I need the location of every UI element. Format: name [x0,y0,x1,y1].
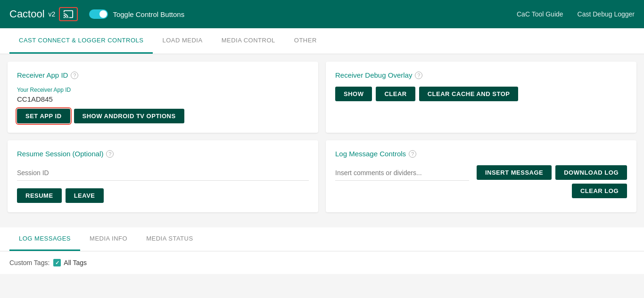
resume-session-title: Resume Session (Optional) ? [17,150,309,158]
receiver-app-id-input-label: Your Receiver App ID [17,87,309,93]
cast-icon [62,9,75,19]
clear-cache-stop-button[interactable]: CLEAR CACHE AND STOP [419,87,519,101]
receiver-app-id-card: Receiver App ID ? Your Receiver App ID C… [8,62,318,133]
resume-button[interactable]: RESUME [17,188,62,203]
bottom-cards-row: Resume Session (Optional) ? RESUME LEAVE… [8,140,636,212]
receiver-debug-help-icon[interactable]: ? [415,72,422,79]
receiver-app-id-value: CC1AD845 [17,95,309,103]
resume-session-buttons: RESUME LEAVE [17,188,309,203]
tab-media-control[interactable]: MEDIA CONTROL [212,28,285,54]
all-tags-checkbox-wrapper[interactable]: All Tags [53,259,87,266]
log-message-card: Log Message Controls ? INSERT MESSAGE DO… [326,140,636,212]
receiver-app-id-buttons: SET APP ID SHOW ANDROID TV OPTIONS [17,109,309,123]
logo: Cactool v2 [9,7,78,21]
receiver-debug-title: Receiver Debug Overlay ? [335,71,627,79]
show-debug-button[interactable]: SHOW [335,87,372,101]
cast-debug-logger-link[interactable]: Cast Debug Logger [578,10,635,18]
show-android-tv-options-button[interactable]: SHOW ANDROID TV OPTIONS [74,109,184,123]
nav-tabs: CAST CONNECT & LOGGER CONTROLS LOAD MEDI… [0,28,644,54]
log-buttons-column: INSERT MESSAGE DOWNLOAD LOG CLEAR LOG [477,165,627,198]
tab-log-messages[interactable]: LOG MESSAGES [9,227,80,251]
app-header: Cactool v2 Toggle Control Buttons CaC To… [0,0,644,28]
top-cards-row: Receiver App ID ? Your Receiver App ID C… [8,62,636,133]
log-input-wrapper [335,165,469,188]
toggle-label: Toggle Control Buttons [113,10,184,18]
tab-load-media[interactable]: LOAD MEDIA [153,28,212,54]
session-id-input[interactable] [17,165,309,181]
tab-cast-connect[interactable]: CAST CONNECT & LOGGER CONTROLS [9,28,153,54]
log-message-help-icon[interactable]: ? [409,150,416,158]
resume-session-help-icon[interactable]: ? [106,150,114,158]
cast-icon-wrapper[interactable] [59,7,78,21]
clear-log-button[interactable]: CLEAR LOG [572,184,627,198]
header-links: CaC Tool Guide Cast Debug Logger [517,10,635,18]
log-buttons-row-1: INSERT MESSAGE DOWNLOAD LOG [477,165,627,180]
main-content: Receiver App ID ? Your Receiver App ID C… [0,54,644,227]
download-log-button[interactable]: DOWNLOAD LOG [555,165,627,180]
logo-version: v2 [49,10,56,18]
insert-message-button[interactable]: INSERT MESSAGE [477,165,552,180]
tab-media-status[interactable]: MEDIA STATUS [137,227,202,251]
tab-other[interactable]: OTHER [285,28,326,54]
receiver-app-id-title: Receiver App ID ? [17,71,309,79]
receiver-debug-buttons: SHOW CLEAR CLEAR CACHE AND STOP [335,87,627,101]
all-tags-label: All Tags [64,259,87,266]
toggle-control: Toggle Control Buttons [89,9,517,19]
all-tags-checkbox[interactable] [53,259,61,266]
logo-text: Cactool [9,8,45,20]
log-buttons-row-2: CLEAR LOG [572,184,627,198]
clear-debug-button[interactable]: CLEAR [376,87,415,101]
resume-session-card: Resume Session (Optional) ? RESUME LEAVE [8,140,318,212]
toggle-button[interactable] [89,9,108,19]
receiver-app-id-help-icon[interactable]: ? [71,72,78,79]
custom-tags-section: Custom Tags: All Tags [0,251,644,274]
log-comment-input[interactable] [335,165,469,181]
receiver-debug-overlay-card: Receiver Debug Overlay ? SHOW CLEAR CLEA… [326,62,636,133]
log-message-title: Log Message Controls ? [335,150,627,158]
log-message-content: INSERT MESSAGE DOWNLOAD LOG CLEAR LOG [335,165,627,198]
set-app-id-button[interactable]: SET APP ID [17,109,70,123]
cac-tool-guide-link[interactable]: CaC Tool Guide [517,10,563,18]
bottom-tabs: LOG MESSAGES MEDIA INFO MEDIA STATUS [0,227,644,251]
leave-button[interactable]: LEAVE [66,188,104,203]
custom-tags-label: Custom Tags: [9,259,50,266]
tab-media-info[interactable]: MEDIA INFO [80,227,137,251]
